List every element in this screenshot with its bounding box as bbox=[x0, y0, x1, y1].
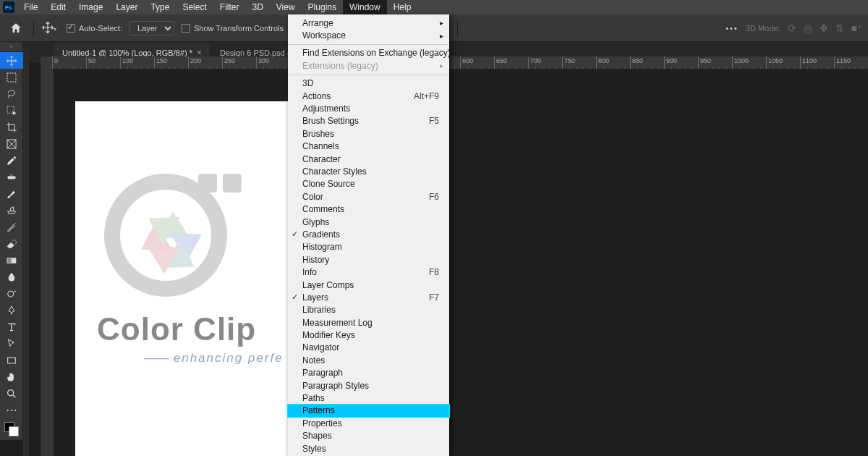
expand-panel-icon[interactable]: » bbox=[0, 42, 22, 52]
gradient-tool[interactable] bbox=[0, 252, 23, 269]
pan-3d-icon[interactable]: ✥ bbox=[820, 22, 828, 34]
brand-text: Color Clip bbox=[97, 311, 256, 347]
menu-item-brush-settings[interactable]: Brush SettingsF5 bbox=[288, 115, 449, 127]
menu-type[interactable]: Type bbox=[144, 0, 176, 14]
menu-item-brushes[interactable]: Brushes bbox=[288, 127, 449, 140]
menu-item-patterns[interactable]: Patterns bbox=[288, 405, 449, 417]
hand-tool[interactable] bbox=[0, 368, 23, 385]
more-tools-icon[interactable]: ⋯ bbox=[0, 402, 23, 418]
type-tool[interactable] bbox=[0, 318, 23, 335]
menu-filter[interactable]: Filter bbox=[213, 0, 246, 14]
menu-item-find-extensions-on-exchange-legacy-[interactable]: Find Extensions on Exchange (legacy)... bbox=[288, 47, 449, 59]
lasso-tool[interactable] bbox=[0, 85, 23, 102]
menu-image[interactable]: Image bbox=[72, 0, 109, 14]
menu-item-modifier-keys[interactable]: Modifier Keys bbox=[288, 329, 449, 341]
menu-item-libraries[interactable]: Libraries bbox=[288, 304, 449, 316]
eyedropper-tool[interactable] bbox=[0, 152, 23, 169]
menu-help[interactable]: Help bbox=[387, 0, 418, 14]
menu-item-adjustments[interactable]: Adjustments bbox=[288, 102, 449, 114]
svg-point-8 bbox=[8, 291, 14, 297]
horizontal-ruler: 0501001502002503003504004505005506006507… bbox=[52, 56, 868, 69]
overflow-icon[interactable]: ••• bbox=[726, 24, 739, 33]
zoom-tool[interactable] bbox=[0, 385, 23, 402]
eraser-tool[interactable] bbox=[0, 235, 23, 252]
menu-item-paths[interactable]: Paths bbox=[288, 392, 449, 404]
vertical-ruler bbox=[41, 56, 54, 456]
menu-item-glyphs[interactable]: Glyphs bbox=[288, 216, 449, 228]
menu-item-arrange[interactable]: Arrange bbox=[288, 17, 449, 29]
menu-file[interactable]: File bbox=[17, 0, 44, 14]
marquee-tool[interactable] bbox=[0, 69, 23, 85]
menu-item-layer-comps[interactable]: Layer Comps bbox=[288, 279, 449, 291]
tool-panel: » ⋯ bbox=[0, 42, 23, 440]
mode-3d-label: 3D Mode: bbox=[746, 24, 780, 33]
crop-tool[interactable] bbox=[0, 119, 23, 135]
menu-item-notes[interactable]: Notes bbox=[288, 354, 449, 366]
svg-rect-9 bbox=[8, 358, 16, 363]
menu-edit[interactable]: Edit bbox=[44, 0, 72, 14]
menu-item-character-styles[interactable]: Character Styles bbox=[288, 165, 449, 177]
menu-item-paragraph[interactable]: Paragraph bbox=[288, 367, 449, 379]
menu-item-measurement-log[interactable]: Measurement Log bbox=[288, 316, 449, 329]
svg-rect-5 bbox=[8, 176, 16, 178]
auto-select-target-dropdown[interactable]: Layer bbox=[129, 21, 174, 35]
menu-view[interactable]: View bbox=[270, 0, 302, 14]
menu-layer[interactable]: Layer bbox=[109, 0, 144, 14]
panel-strip bbox=[23, 48, 29, 456]
blur-tool[interactable] bbox=[0, 269, 23, 285]
menu-item-history[interactable]: History bbox=[288, 253, 449, 266]
object-select-tool[interactable] bbox=[0, 102, 23, 119]
svg-rect-2 bbox=[7, 73, 16, 82]
menu-item-histogram[interactable]: Histogram bbox=[288, 241, 449, 253]
menu-plugins[interactable]: Plugins bbox=[302, 0, 343, 14]
menu-select[interactable]: Select bbox=[176, 0, 213, 14]
color-swatch[interactable] bbox=[0, 418, 23, 440]
move-tool-icon: ▾ bbox=[41, 21, 59, 35]
menu-item-extensions-legacy-: Extensions (legacy) bbox=[288, 59, 449, 72]
roll-3d-icon[interactable]: ◎ bbox=[804, 22, 812, 34]
auto-select-checkbox[interactable]: Auto-Select: bbox=[67, 24, 122, 33]
pen-tool[interactable] bbox=[0, 302, 23, 318]
menu-item-comments[interactable]: Comments bbox=[288, 203, 449, 215]
zoom-3d-icon[interactable]: ■⁺ bbox=[851, 22, 862, 34]
healing-brush-tool[interactable] bbox=[0, 169, 23, 185]
menu-window[interactable]: Window bbox=[343, 0, 387, 14]
menu-item-character[interactable]: Character bbox=[288, 153, 449, 165]
path-select-tool[interactable] bbox=[0, 335, 23, 352]
menu-item-properties[interactable]: Properties bbox=[288, 417, 449, 429]
clone-stamp-tool[interactable] bbox=[0, 202, 23, 219]
tagline-text: —— enhancing perfe bbox=[144, 351, 284, 366]
menu-bar: Ps FileEditImageLayerTypeSelectFilter3DV… bbox=[0, 0, 868, 14]
brush-tool[interactable] bbox=[0, 185, 23, 202]
frame-tool[interactable] bbox=[0, 135, 23, 152]
menu-item-layers[interactable]: LayersF7 bbox=[288, 291, 449, 303]
menu-item-gradients[interactable]: Gradients bbox=[288, 228, 449, 240]
svg-point-10 bbox=[8, 389, 14, 395]
rectangle-tool[interactable] bbox=[0, 352, 23, 368]
move-tool[interactable] bbox=[0, 52, 23, 69]
ps-app-icon: Ps bbox=[0, 0, 17, 14]
home-button[interactable] bbox=[6, 18, 26, 38]
menu-item-color[interactable]: ColorF6 bbox=[288, 190, 449, 203]
auto-select-label: Auto-Select: bbox=[79, 24, 122, 33]
slide-3d-icon[interactable]: ⇅ bbox=[835, 22, 844, 34]
menu-item-paragraph-styles[interactable]: Paragraph Styles bbox=[288, 379, 449, 392]
show-transform-label: Show Transform Controls bbox=[194, 24, 284, 33]
menu-3d[interactable]: 3D bbox=[245, 0, 269, 14]
orbit-3d-icon[interactable]: ⟳ bbox=[788, 22, 796, 34]
menu-item-styles[interactable]: Styles bbox=[288, 442, 449, 455]
logo-watermark bbox=[104, 174, 227, 297]
menu-item-navigator[interactable]: Navigator bbox=[288, 342, 449, 354]
history-brush-tool[interactable] bbox=[0, 219, 23, 235]
dodge-tool[interactable] bbox=[0, 285, 23, 302]
menu-item-shapes[interactable]: Shapes bbox=[288, 430, 449, 442]
menu-item-channels[interactable]: Channels bbox=[288, 140, 449, 153]
menu-item-actions[interactable]: ActionsAlt+F9 bbox=[288, 90, 449, 102]
show-transform-checkbox[interactable]: Show Transform Controls bbox=[182, 24, 284, 33]
window-menu-dropdown: ArrangeWorkspace Find Extensions on Exch… bbox=[288, 14, 449, 456]
svg-rect-7 bbox=[7, 258, 12, 263]
menu-item-info[interactable]: InfoF8 bbox=[288, 266, 449, 278]
menu-item-clone-source[interactable]: Clone Source bbox=[288, 178, 449, 190]
menu-item-workspace[interactable]: Workspace bbox=[288, 29, 449, 41]
menu-item-3d[interactable]: 3D bbox=[288, 77, 449, 90]
